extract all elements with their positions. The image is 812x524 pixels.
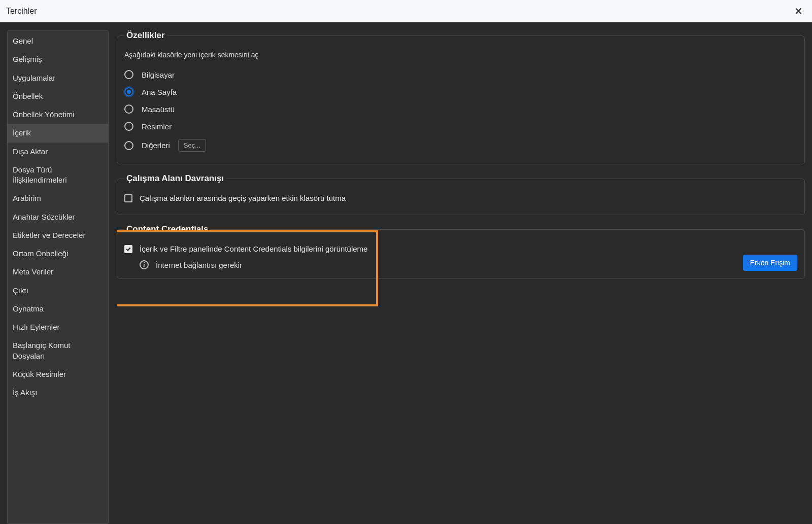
features-description: Aşağıdaki klasörle yeni içerik sekmesini… [124, 51, 797, 59]
radio-icon[interactable] [124, 122, 133, 131]
content-area: GenelGelişmişUygulamalarÖnbellekÖnbellek… [0, 22, 812, 524]
credentials-info-row: i İnternet bağlantısı gerekir [124, 257, 797, 270]
sidebar-item[interactable]: Önbellek [8, 87, 108, 106]
radio-icon[interactable] [124, 70, 133, 79]
sidebar-item[interactable]: Arabirim [8, 189, 108, 207]
credentials-info-text: İnternet bağlantısı gerekir [156, 261, 242, 269]
early-access-button[interactable]: Erken Erişim [743, 255, 797, 271]
credentials-checkbox-row[interactable]: İçerik ve Filtre panelinde Content Crede… [124, 240, 797, 257]
radio-label: Ana Sayfa [142, 88, 177, 96]
sidebar-item[interactable]: Başlangıç Komut Dosyaları [8, 336, 108, 365]
workspace-checkbox-row[interactable]: Çalışma alanları arasında geçiş yaparken… [124, 190, 797, 206]
sidebar-item[interactable]: İçerik [8, 124, 108, 142]
workspace-checkbox-label: Çalışma alanları arasında geçiş yaparken… [140, 194, 346, 202]
sidebar-item[interactable]: Anahtar Sözcükler [8, 208, 108, 226]
titlebar: Tercihler ✕ [0, 0, 812, 22]
radio-row[interactable]: Masaüstü [124, 100, 797, 118]
workspace-section: Çalışma Alanı Davranışı Çalışma alanları… [117, 173, 805, 215]
sidebar-item[interactable]: Genel [8, 32, 108, 50]
radio-label: Resimler [142, 122, 172, 131]
sidebar-item[interactable]: Çıktı [8, 282, 108, 300]
close-icon[interactable]: ✕ [791, 3, 806, 19]
sidebar-item[interactable]: Dışa Aktar [8, 143, 108, 161]
main-panel: Özellikler Aşağıdaki klasörle yeni içeri… [117, 30, 805, 524]
radio-label: Bilgisayar [142, 71, 175, 79]
radio-row[interactable]: Resimler [124, 118, 797, 135]
checkbox-icon[interactable] [124, 194, 132, 202]
workspace-legend: Çalışma Alanı Davranışı [124, 173, 226, 184]
sidebar-item[interactable]: Gelişmiş [8, 50, 108, 68]
sidebar-item[interactable]: İş Akışı [8, 383, 108, 402]
radio-row[interactable]: DiğerleriSeç... [124, 135, 797, 156]
features-section: Özellikler Aşağıdaki klasörle yeni içeri… [117, 30, 805, 164]
credentials-checkbox-label: İçerik ve Filtre panelinde Content Crede… [140, 244, 367, 253]
radio-label: Diğerleri [142, 141, 170, 150]
radio-icon[interactable] [124, 104, 133, 114]
radio-label: Masaüstü [142, 105, 175, 114]
radio-row[interactable]: Bilgisayar [124, 66, 797, 83]
checkbox-icon[interactable] [124, 245, 132, 253]
select-folder-button[interactable]: Seç... [178, 139, 206, 152]
sidebar-item[interactable]: Hızlı Eylemler [8, 318, 108, 336]
radio-icon[interactable] [124, 87, 133, 96]
credentials-legend: Content Credentials [124, 224, 211, 234]
sidebar-item[interactable]: Uygulamalar [8, 69, 108, 87]
sidebar-item[interactable]: Meta Veriler [8, 263, 108, 281]
radio-icon[interactable] [124, 141, 133, 150]
info-icon: i [140, 260, 149, 269]
radio-row[interactable]: Ana Sayfa [124, 83, 797, 100]
sidebar: GenelGelişmişUygulamalarÖnbellekÖnbellek… [7, 30, 109, 524]
credentials-section: Content Credentials İçerik ve Filtre pan… [117, 224, 805, 279]
sidebar-item[interactable]: Küçük Resimler [8, 365, 108, 383]
sidebar-item[interactable]: Etiketler ve Dereceler [8, 226, 108, 244]
sidebar-item[interactable]: Ortam Önbelleği [8, 244, 108, 263]
features-legend: Özellikler [124, 30, 167, 41]
sidebar-item[interactable]: Oynatma [8, 300, 108, 318]
sidebar-item[interactable]: Önbellek Yönetimi [8, 106, 108, 124]
window-title: Tercihler [6, 7, 37, 16]
sidebar-item[interactable]: Dosya Türü İlişkilendirmeleri [8, 161, 108, 190]
